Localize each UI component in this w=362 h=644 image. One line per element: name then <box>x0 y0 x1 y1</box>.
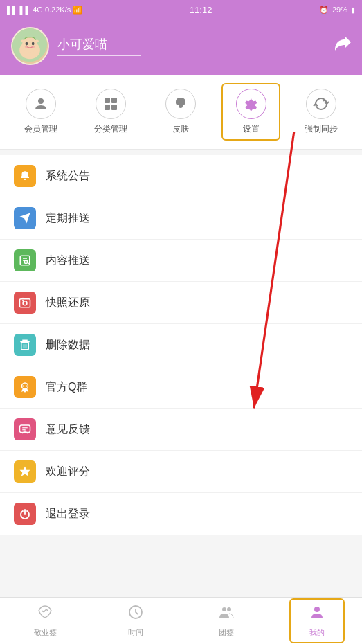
svg-point-8 <box>35 39 39 42</box>
status-signal: ▌▌ ▌▌ 4G 0.22K/s 📶 <box>7 6 82 15</box>
username: 小可爱喵 <box>57 36 141 56</box>
team-nav-label: 团签 <box>219 627 234 638</box>
settings-icon-circle <box>236 89 266 119</box>
content-label: 内容推送 <box>46 253 90 268</box>
rate-label: 欢迎评分 <box>46 465 90 479</box>
svg-rect-15 <box>24 179 26 180</box>
svg-point-3 <box>26 42 28 45</box>
delete-label: 删除数据 <box>46 338 90 352</box>
menu-item-logout[interactable]: 退出登录 <box>0 493 362 535</box>
quick-menu: 会员管理 分类管理 皮肤 设置 <box>0 75 362 150</box>
announcement-icon <box>14 165 36 187</box>
menu-item-restore[interactable]: 快照还原 <box>0 282 362 324</box>
quick-label-member: 会员管理 <box>24 123 57 135</box>
team-nav-icon <box>218 604 235 625</box>
restore-label: 快照还原 <box>46 296 90 310</box>
feedback-label: 意见反馈 <box>46 422 90 437</box>
menu-item-content[interactable]: 内容推送 <box>0 240 362 282</box>
share-icon[interactable] <box>332 34 351 57</box>
quick-item-category[interactable]: 分类管理 <box>82 89 141 135</box>
quick-label-sync: 强制同步 <box>305 123 338 135</box>
time-nav-label: 时间 <box>128 627 143 638</box>
menu-item-feedback[interactable]: 意见反馈 <box>0 409 362 451</box>
svg-rect-24 <box>21 342 29 350</box>
menu-item-push[interactable]: 定期推送 <box>0 197 362 240</box>
quick-item-settings[interactable]: 设置 <box>221 83 280 141</box>
svg-marker-16 <box>20 213 30 224</box>
svg-point-28 <box>23 385 24 386</box>
svg-point-7 <box>21 39 25 42</box>
bottom-nav: 敬业签 时间 团签 我的 <box>0 597 362 644</box>
status-time: 11:12 <box>190 5 212 15</box>
mine-nav-icon <box>309 604 325 625</box>
skin-icon-circle <box>165 89 196 119</box>
quick-label-settings: 设置 <box>243 123 260 135</box>
announcement-label: 系统公告 <box>46 169 90 184</box>
nav-item-mine[interactable]: 我的 <box>289 598 345 643</box>
menu-item-qq[interactable]: 官方Q群 <box>0 366 362 409</box>
menu-list: 系统公告 定期推送 内容推送 <box>0 155 362 535</box>
nav-item-time[interactable]: 时间 <box>108 600 163 642</box>
menu-item-rate[interactable]: 欢迎评分 <box>0 451 362 493</box>
qq-label: 官方Q群 <box>46 380 87 395</box>
svg-rect-21 <box>20 299 30 307</box>
content-icon <box>14 249 36 271</box>
quick-label-category: 分类管理 <box>94 123 127 135</box>
svg-point-37 <box>222 607 226 611</box>
duty-nav-icon <box>37 604 53 625</box>
feedback-icon <box>14 418 36 440</box>
time-nav-icon <box>127 604 144 625</box>
svg-point-9 <box>38 98 44 104</box>
push-label: 定期推送 <box>46 211 90 226</box>
header: 小可爱喵 <box>0 19 362 75</box>
push-icon <box>14 207 36 229</box>
sync-icon-circle <box>306 89 336 119</box>
quick-item-member[interactable]: 会员管理 <box>11 89 70 135</box>
svg-point-20 <box>24 260 28 264</box>
nav-item-duty[interactable]: 敬业签 <box>17 600 73 642</box>
svg-point-23 <box>22 300 24 301</box>
qq-icon <box>14 376 36 398</box>
svg-point-4 <box>32 42 35 45</box>
menu-item-delete[interactable]: 删除数据 <box>0 324 362 366</box>
quick-label-skin: 皮肤 <box>172 123 189 135</box>
svg-point-38 <box>227 607 231 611</box>
mine-nav-label: 我的 <box>309 627 325 638</box>
restore-icon <box>14 292 36 314</box>
quick-item-sync[interactable]: 强制同步 <box>292 89 351 135</box>
svg-rect-13 <box>111 105 117 110</box>
svg-point-22 <box>23 301 27 305</box>
status-bar: ▌▌ ▌▌ 4G 0.22K/s 📶 11:12 ⏰ 29% ▮ <box>0 0 362 19</box>
member-icon-circle <box>26 89 56 119</box>
svg-rect-12 <box>105 105 110 110</box>
svg-rect-11 <box>111 98 117 103</box>
menu-item-announcement[interactable]: 系统公告 <box>0 155 362 197</box>
svg-point-5 <box>25 46 29 48</box>
header-left: 小可爱喵 <box>11 27 141 65</box>
rate-icon <box>14 460 36 483</box>
nav-item-team[interactable]: 团签 <box>199 600 254 642</box>
svg-point-6 <box>31 46 35 48</box>
quick-item-skin[interactable]: 皮肤 <box>152 89 210 135</box>
svg-point-29 <box>26 385 27 386</box>
svg-marker-33 <box>20 467 30 476</box>
logout-icon <box>14 503 36 525</box>
avatar[interactable] <box>11 27 49 65</box>
category-icon-circle <box>96 89 126 119</box>
svg-point-39 <box>314 607 320 612</box>
duty-nav-label: 敬业签 <box>34 627 57 638</box>
delete-icon <box>14 334 36 356</box>
svg-rect-10 <box>105 98 110 103</box>
logout-label: 退出登录 <box>46 507 90 521</box>
status-battery: ⏰ 29% ▮ <box>319 6 355 15</box>
